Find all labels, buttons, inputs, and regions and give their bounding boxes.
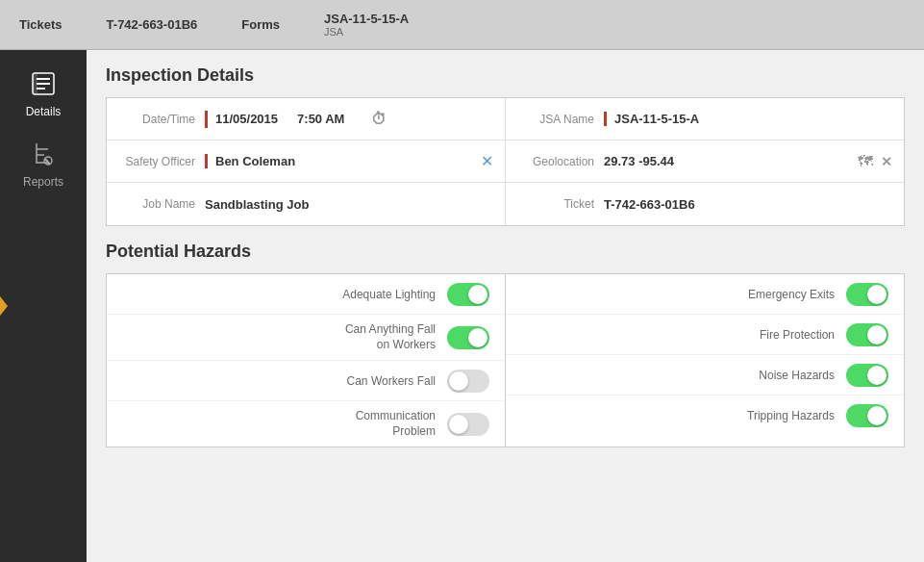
ticket-label: Ticket [517,197,604,211]
communication-toggle[interactable] [447,413,489,436]
hazard-emergency-exits: Emergency Exits [506,274,904,315]
geolocation-label: Geolocation [517,155,604,168]
cell-safety-officer: Safety Officer Ben Coleman ✕ [107,144,505,178]
job-name-label: Job Name [118,197,205,211]
svg-rect-1 [37,78,50,80]
hazards-title: Potential Hazards [106,242,905,262]
emergency-exits-toggle[interactable] [846,283,888,306]
noise-hazards-toggle[interactable] [846,364,888,387]
hazard-fire-protection: Fire Protection [506,315,904,355]
cell-geolocation: Geolocation 29.73 -95.44 🗺 ✕ [506,145,904,178]
workers-fall-label: Can Workers Fall [332,374,447,388]
details-icon [31,71,56,101]
inspection-title: Inspection Details [106,65,905,86]
reports-icon [33,141,54,171]
clock-icon: ⏱ [371,111,387,128]
svg-rect-4 [33,73,37,94]
adequate-lighting-toggle[interactable] [447,283,489,306]
cell-ticket: Ticket T-742-663-01B6 [506,190,904,219]
hazards-left-col: Adequate Lighting Can Anything Fallon Wo… [106,273,506,447]
tripping-hazards-toggle[interactable] [846,404,888,427]
sidebar-arrow [0,296,8,316]
fire-protection-label: Fire Protection [731,328,846,342]
emergency-exits-label: Emergency Exits [731,288,846,301]
content-area: Inspection Details Date/Time 11/05/2015 … [87,50,924,562]
cell-job-name: Job Name Sandblasting Job [107,190,505,219]
tripping-hazards-label: Tripping Hazards [731,409,846,422]
sidebar-item-details[interactable]: Details [0,60,87,130]
job-name-value: Sandblasting Job [205,197,493,212]
workers-fall-toggle[interactable] [447,370,489,393]
fire-protection-toggle[interactable] [846,323,888,346]
adequate-lighting-label: Adequate Lighting [332,288,447,301]
sidebar: Details Reports [0,50,87,562]
ticket-value: T-742-663-01B6 [604,197,892,212]
clear-officer-button[interactable]: ✕ [481,152,493,170]
hazard-tripping: Tripping Hazards [506,396,904,436]
svg-rect-2 [37,83,50,85]
jsa-name-value: JSA-11-5-15-A [604,112,892,126]
breadcrumb-form-id: JSA-11-5-15-A JSA [297,0,426,49]
sidebar-item-reports[interactable]: Reports [0,130,87,200]
hazards-grid: Adequate Lighting Can Anything Fallon Wo… [106,273,905,447]
jsa-name-label: JSA Name [517,113,604,126]
cell-jsa-name: JSA Name JSA-11-5-15-A [506,104,904,134]
hazards-right-col: Emergency Exits Fire Protection [506,273,905,447]
hazard-workers-fall: Can Workers Fall [107,361,505,401]
breadcrumb: Tickets T-742-663-01B6 Forms JSA-11-5-15… [0,0,924,50]
cell-datetime: Date/Time 11/05/2015 7:50 AM ⏱ [107,103,505,136]
svg-rect-3 [37,88,45,89]
row-datetime-jsa: Date/Time 11/05/2015 7:50 AM ⏱ JSA Name … [107,98,904,140]
noise-hazards-label: Noise Hazards [731,369,846,382]
hazard-communication: CommunicationProblem [107,401,505,447]
breadcrumb-tickets[interactable]: Tickets [0,0,80,49]
map-icon[interactable]: 🗺 [858,153,873,170]
hazard-adequate-lighting: Adequate Lighting [107,274,505,315]
hazard-noise: Noise Hazards [506,355,904,396]
inspection-card: Date/Time 11/05/2015 7:50 AM ⏱ JSA Name … [106,97,905,226]
row-job-ticket: Job Name Sandblasting Job Ticket T-742-6… [107,183,904,225]
geolocation-value: 29.73 -95.44 [604,154,850,168]
communication-label: CommunicationProblem [332,409,447,439]
breadcrumb-ticket-id[interactable]: T-742-663-01B6 [80,0,215,49]
main-layout: Details Reports Inspection Details Date/… [0,50,924,562]
date-value: 11/05/2015 7:50 AM ⏱ [205,111,493,128]
hazard-fall-on-workers: Can Anything Fallon Workers [107,315,505,361]
safety-officer-label: Safety Officer [118,155,205,168]
fall-on-workers-label: Can Anything Fallon Workers [332,322,447,352]
fall-on-workers-toggle[interactable] [447,326,489,349]
clear-geo-button[interactable]: ✕ [881,154,892,169]
safety-officer-value: Ben Coleman [205,154,473,168]
date-label: Date/Time [118,113,205,126]
row-officer-geo: Safety Officer Ben Coleman ✕ Geolocation… [107,140,904,183]
